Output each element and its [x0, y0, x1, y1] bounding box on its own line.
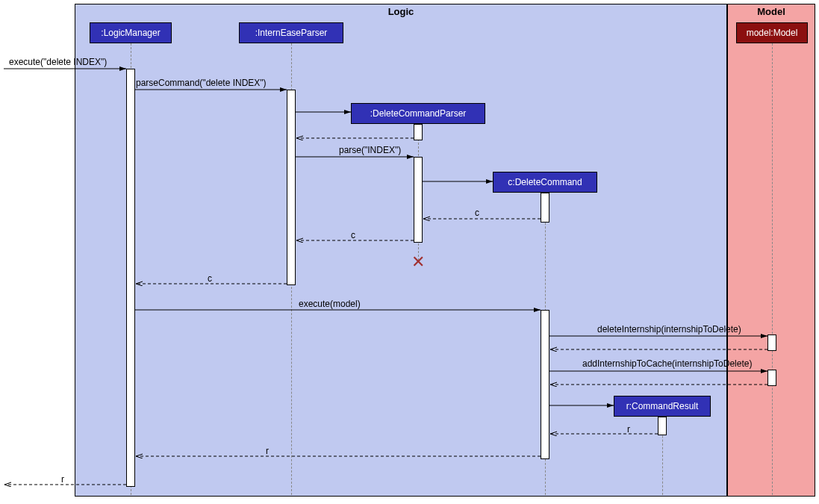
command-result-activation — [658, 417, 667, 435]
msg-return-r1: r — [627, 424, 630, 435]
msg-return-r3: r — [61, 474, 64, 485]
model-lifeline: model:Model — [736, 22, 808, 43]
msg-return-c3: c — [208, 273, 212, 284]
model-activation-2 — [767, 370, 776, 386]
msg-return-c2: c — [351, 230, 355, 240]
model-region: Model — [727, 4, 815, 497]
destroy-icon: ✕ — [411, 255, 426, 270]
command-result-lifeline: r:CommandResult — [614, 396, 711, 417]
msg-parse-command: parseCommand("delete INDEX") — [136, 78, 267, 88]
delete-command-parser-activation-1 — [414, 124, 423, 140]
delete-command-activation-1 — [541, 193, 549, 223]
delete-command-activation-2 — [541, 310, 549, 459]
msg-add-internship-cache: addInternshipToCache(internshipToDelete) — [582, 358, 752, 369]
msg-return-c1: c — [475, 208, 479, 218]
delete-command-parser-lifeline: :DeleteCommandParser — [351, 103, 485, 124]
internease-parser-lifeline: :InternEaseParser — [239, 22, 343, 43]
internease-parser-activation — [287, 90, 296, 285]
msg-return-r2: r — [266, 446, 269, 456]
msg-execute-model: execute(model) — [299, 299, 361, 309]
model-activation-1 — [767, 335, 776, 351]
logic-region-label: Logic — [388, 6, 414, 17]
msg-delete-internship: deleteInternship(internshipToDelete) — [597, 324, 741, 335]
logic-manager-lifeline: :LogicManager — [90, 22, 172, 43]
model-dash — [772, 43, 773, 495]
logic-manager-activation — [126, 69, 135, 487]
delete-command-parser-activation-2 — [414, 157, 423, 243]
model-region-label: Model — [757, 6, 785, 17]
msg-execute-delete: execute("delete INDEX") — [9, 57, 107, 67]
sequence-diagram: Logic Model :LogicManager :InternEasePar… — [0, 0, 819, 504]
delete-command-lifeline: c:DeleteCommand — [493, 172, 597, 193]
msg-parse-index: parse("INDEX") — [339, 145, 401, 155]
